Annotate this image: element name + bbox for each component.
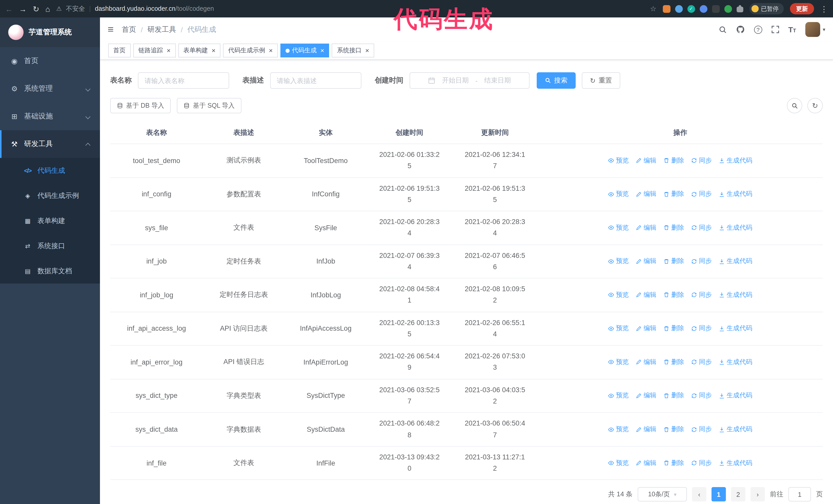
delete-link[interactable]: 删除 [664,324,684,333]
generate-code-link[interactable]: 生成代码 [719,459,752,467]
prev-page-button[interactable]: ‹ [692,487,706,502]
sidebar-item-codegen[interactable]: </> 代码生成 [0,158,100,183]
delete-link[interactable]: 删除 [664,257,684,266]
date-end-placeholder[interactable]: 结束日期 [484,76,511,85]
edit-link[interactable]: 编辑 [636,324,657,333]
sidebar-item-infrastructure[interactable]: ⊞ 基础设施 [0,102,100,130]
toggle-search-button[interactable] [787,98,802,113]
preview-link[interactable]: 预览 [608,391,629,400]
delete-link[interactable]: 删除 [664,358,684,367]
edit-link[interactable]: 编辑 [636,190,657,199]
generate-code-link[interactable]: 生成代码 [719,223,752,232]
sidebar-item-codegen-example[interactable]: ◈ 代码生成示例 [0,183,100,208]
table-row[interactable]: inf_api_access_log API 访问日志表 InfApiAcces… [110,312,823,345]
goto-page-input[interactable] [788,487,811,502]
preview-link[interactable]: 预览 [608,459,629,467]
sidebar-item-system[interactable]: ⚙ 系统管理 [0,75,100,102]
bookmark-star-icon[interactable]: ☆ [650,5,657,13]
edit-link[interactable]: 编辑 [636,223,657,232]
delete-link[interactable]: 删除 [664,291,684,299]
edit-link[interactable]: 编辑 [636,257,657,266]
sidebar-item-home[interactable]: ◉ 首页 [0,47,100,75]
generate-code-link[interactable]: 生成代码 [719,291,752,299]
users-extension-icon[interactable] [699,5,707,13]
search-button[interactable]: 搜索 [537,72,576,89]
table-row[interactable]: sys_file 文件表 SysFile 2021-02-06 20:28:34… [110,211,823,245]
generate-code-link[interactable]: 生成代码 [719,190,752,199]
sidebar-item-devtools[interactable]: ⚒ 研发工具 [0,130,100,158]
sidebar-item-db-docs[interactable]: ▤ 数据库文档 [0,258,100,284]
close-icon[interactable]: × [269,47,272,54]
table-row[interactable]: inf_api_error_log API 错误日志 InfApiErrorLo… [110,345,823,379]
date-range-picker[interactable]: 开始日期 - 结束日期 [410,72,529,89]
security-label[interactable]: 不安全 [66,4,85,13]
generate-code-link[interactable]: 生成代码 [719,358,752,367]
help-icon[interactable]: ? [754,25,762,33]
address-bar[interactable]: ⚠ 不安全 | dashboard.yudao.iocoder.cn/tool/… [56,4,657,13]
sync-link[interactable]: 同步 [691,291,712,299]
close-icon[interactable]: × [167,47,170,54]
menu-kebab-icon[interactable]: ⋮ [820,5,828,13]
tab[interactable]: 链路追踪 × [133,44,175,57]
reload-icon[interactable]: ↻ [33,5,39,13]
close-icon[interactable]: × [365,47,369,54]
import-db-button[interactable]: 基于 DB 导入 [110,98,171,113]
preview-link[interactable]: 预览 [608,223,629,232]
leaf-extension-icon[interactable] [724,5,732,13]
preview-link[interactable]: 预览 [608,257,629,266]
table-row[interactable]: inf_job 定时任务表 InfJob 2021-02-07 06:39:34… [110,245,823,279]
table-row[interactable]: inf_job_log 定时任务日志表 InfJobLog 2021-02-08… [110,279,823,312]
edit-link[interactable]: 编辑 [636,358,657,367]
breadcrumb-devtools[interactable]: 研发工具 [147,25,176,34]
preview-link[interactable]: 预览 [608,425,629,434]
check-extension-icon[interactable]: ✓ [687,5,695,13]
sync-link[interactable]: 同步 [691,257,712,266]
preview-link[interactable]: 预览 [608,358,629,367]
generate-code-link[interactable]: 生成代码 [719,257,752,266]
edit-link[interactable]: 编辑 [636,291,657,299]
sync-link[interactable]: 同步 [691,425,712,434]
paused-badge[interactable]: 已暂停 [749,3,784,14]
sync-link[interactable]: 同步 [691,391,712,400]
fox-extension-icon[interactable] [663,5,670,13]
tab[interactable]: 首页 × [108,44,131,57]
generate-code-link[interactable]: 生成代码 [719,425,752,434]
preview-link[interactable]: 预览 [608,190,629,199]
next-page-button[interactable]: › [751,487,765,502]
table-row[interactable]: sys_dict_type 字典类型表 SysDictType 2021-03-… [110,379,823,413]
page-button-2[interactable]: 2 [731,487,745,502]
sync-link[interactable]: 同步 [691,190,712,199]
close-icon[interactable]: × [211,47,215,54]
search-icon[interactable] [718,25,727,33]
sidebar-item-system-api[interactable]: ⇄ 系统接口 [0,233,100,258]
edit-link[interactable]: 编辑 [636,425,657,434]
edit-link[interactable]: 编辑 [636,157,657,165]
tab[interactable]: 系统接口 × [332,44,374,57]
generate-code-link[interactable]: 生成代码 [719,391,752,400]
table-row[interactable]: inf_file 文件表 InfFile 2021-03-13 09:43:20… [110,447,823,480]
sync-link[interactable]: 同步 [691,157,712,165]
delete-link[interactable]: 删除 [664,391,684,400]
table-row[interactable]: inf_config 参数配置表 InfConfig 2021-02-06 19… [110,178,823,211]
table-row[interactable]: tool_test_demo 测试示例表 ToolTestDemo 2021-0… [110,144,823,178]
generate-code-link[interactable]: 生成代码 [719,324,752,333]
sync-link[interactable]: 同步 [691,223,712,232]
page-button-1[interactable]: 1 [712,487,726,502]
table-desc-input[interactable] [270,72,361,89]
sidebar-collapse-icon[interactable]: ≡ [108,24,114,35]
import-sql-button[interactable]: 基于 SQL 导入 [177,98,241,113]
puzzle-extensions-icon[interactable] [736,7,743,12]
delete-link[interactable]: 删除 [664,157,684,165]
home-icon[interactable]: ⌂ [45,5,50,13]
table-name-input[interactable] [138,72,229,89]
drop-extension-icon[interactable] [675,5,683,13]
reset-button[interactable]: ↻ 重置 [582,72,620,89]
edit-link[interactable]: 编辑 [636,459,657,467]
date-start-placeholder[interactable]: 开始日期 [442,76,469,85]
avatar[interactable] [805,22,820,37]
breadcrumb-home[interactable]: 首页 [122,25,136,34]
back-icon[interactable]: ← [5,5,13,13]
tab[interactable]: 表单构建 × [178,44,220,57]
font-size-icon[interactable]: TT [788,25,796,34]
sync-link[interactable]: 同步 [691,324,712,333]
